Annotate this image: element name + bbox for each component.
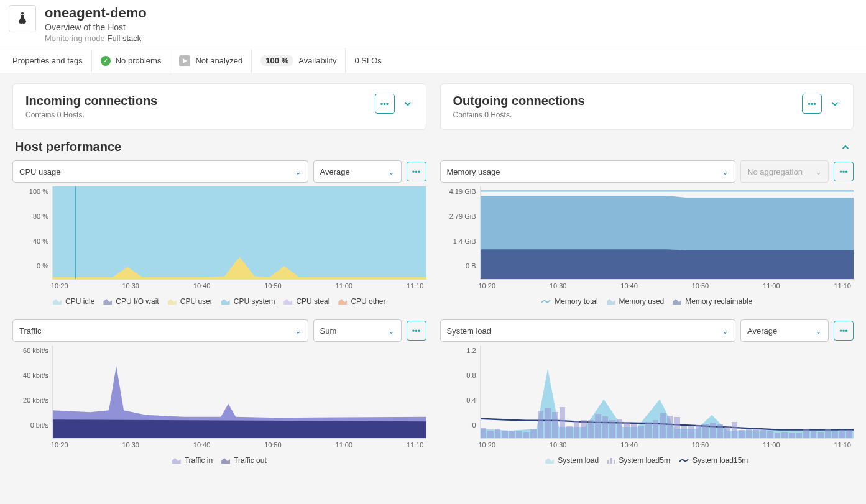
- legend-item[interactable]: Traffic in: [172, 456, 213, 465]
- chevron-down-icon: ⌄: [388, 167, 395, 176]
- x-axis: 10:2010:3010:4010:5011:0011:10: [440, 439, 854, 449]
- legend-item[interactable]: System load: [545, 456, 599, 465]
- more-button[interactable]: •••: [407, 321, 426, 341]
- metric-select[interactable]: CPU usage⌄: [12, 160, 308, 183]
- play-icon: [179, 55, 190, 66]
- page-subtitle: Overview of the Host: [45, 22, 147, 32]
- more-button[interactable]: •••: [802, 94, 822, 114]
- x-axis: 10:2010:3010:4010:5011:0011:10: [440, 280, 854, 290]
- x-axis: 10:2010:3010:4010:5011:0011:10: [12, 439, 426, 449]
- slos-status[interactable]: 0 SLOs: [346, 50, 390, 71]
- availability-badge: 100 %: [260, 55, 293, 66]
- legend-item[interactable]: Memory total: [541, 297, 597, 306]
- aggregation-select[interactable]: Average⌄: [740, 319, 829, 342]
- page-title: oneagent-demo: [45, 5, 147, 21]
- systemload-chart: System load⌄ Average⌄ ••• 1.20.80.40 10:…: [440, 319, 854, 467]
- legend-item[interactable]: System load5m: [607, 456, 670, 465]
- dots-icon: •••: [808, 99, 816, 109]
- expand-button[interactable]: [829, 98, 841, 109]
- host-icon: [9, 5, 36, 32]
- legend-item[interactable]: CPU system: [221, 297, 275, 306]
- legend-item[interactable]: CPU idle: [53, 297, 94, 306]
- chevron-up-icon: [840, 142, 851, 153]
- chevron-down-icon: [402, 98, 413, 109]
- metric-select[interactable]: Traffic⌄: [12, 319, 308, 342]
- legend-item[interactable]: CPU user: [168, 297, 213, 306]
- expand-button[interactable]: [402, 98, 413, 109]
- legend-item[interactable]: CPU steal: [283, 297, 329, 306]
- chevron-down-icon: ⌄: [815, 326, 822, 336]
- plot-area[interactable]: [52, 186, 426, 280]
- legend-item[interactable]: System load15m: [679, 456, 748, 465]
- legend: CPU idleCPU I/O waitCPU userCPU systemCP…: [12, 290, 426, 308]
- y-axis: 4.19 GiB2.79 GiB1.4 GiB0 B: [440, 186, 480, 280]
- card-title: Outgoing connections: [453, 94, 585, 108]
- bars-layer: [481, 346, 854, 438]
- legend-item[interactable]: CPU other: [338, 297, 385, 306]
- outgoing-connections-card: Outgoing connections Contains 0 Hosts. •…: [440, 83, 854, 130]
- metric-select[interactable]: Memory usage⌄: [440, 160, 736, 183]
- dots-icon: •••: [412, 326, 421, 336]
- properties-and-tags[interactable]: Properties and tags: [9, 50, 92, 71]
- chevron-down-icon: ⌄: [388, 326, 395, 336]
- cpu-chart: CPU usage⌄ Average⌄ ••• 100 %80 %40 %0 %…: [12, 160, 426, 308]
- check-icon: ✓: [101, 56, 111, 66]
- traffic-chart: Traffic⌄ Sum⌄ ••• 60 kbit/s40 kbit/s20 k…: [12, 319, 426, 467]
- card-title: Incoming connections: [25, 94, 157, 108]
- title-block: oneagent-demo Overview of the Host Monit…: [45, 5, 147, 43]
- aggregation-select[interactable]: Sum⌄: [313, 319, 402, 342]
- chevron-down-icon: ⌄: [295, 326, 302, 336]
- dots-icon: •••: [839, 326, 848, 336]
- legend: Memory totalMemory usedMemory reclaimabl…: [440, 290, 854, 308]
- dots-icon: •••: [412, 167, 421, 176]
- y-axis: 1.20.80.40: [440, 346, 480, 439]
- legend-item[interactable]: CPU I/O wait: [103, 297, 159, 306]
- host-performance-title: Host performance: [15, 140, 121, 154]
- legend-item[interactable]: Memory used: [607, 297, 665, 306]
- y-axis: 100 %80 %40 %0 %: [12, 186, 52, 280]
- aggregation-select: No aggregation⌄: [740, 160, 829, 183]
- summary-toolbar: Properties and tags ✓ No problems Not an…: [0, 48, 866, 73]
- more-button[interactable]: •••: [834, 162, 854, 181]
- card-subtitle: Contains 0 Hosts.: [453, 111, 585, 119]
- legend-item[interactable]: Traffic out: [221, 456, 267, 465]
- y-axis: 60 kbit/s40 kbit/s20 kbit/s0 bit/s: [12, 346, 52, 439]
- collapse-button[interactable]: [840, 142, 851, 153]
- more-button[interactable]: •••: [407, 162, 426, 181]
- memory-chart: Memory usage⌄ No aggregation⌄ ••• 4.19 G…: [440, 160, 854, 308]
- plot-area[interactable]: [480, 346, 854, 439]
- legend: System loadSystem load5mSystem load15m: [440, 449, 854, 467]
- chevron-down-icon: [829, 98, 841, 109]
- chevron-down-icon: ⌄: [722, 167, 729, 176]
- incoming-connections-card: Incoming connections Contains 0 Hosts. •…: [12, 83, 426, 130]
- analyzed-status[interactable]: Not analyzed: [170, 49, 252, 73]
- legend-item[interactable]: Memory reclaimable: [673, 297, 752, 306]
- problems-status[interactable]: ✓ No problems: [92, 50, 171, 72]
- chevron-down-icon: ⌄: [815, 167, 822, 176]
- dots-icon: •••: [839, 167, 848, 176]
- more-button[interactable]: •••: [375, 94, 395, 114]
- plot-area[interactable]: [52, 346, 426, 439]
- aggregation-select[interactable]: Average⌄: [313, 160, 402, 183]
- card-subtitle: Contains 0 Hosts.: [25, 111, 157, 119]
- chevron-down-icon: ⌄: [295, 167, 302, 176]
- more-button[interactable]: •••: [834, 321, 854, 341]
- metric-select[interactable]: System load⌄: [440, 319, 736, 342]
- dots-icon: •••: [380, 99, 389, 109]
- availability-status[interactable]: 100 % Availability: [252, 48, 346, 73]
- monitoring-mode: Monitoring mode Full stack: [45, 34, 147, 43]
- page-header: oneagent-demo Overview of the Host Monit…: [0, 0, 866, 48]
- legend: Traffic inTraffic out: [12, 449, 426, 467]
- chevron-down-icon: ⌄: [722, 326, 729, 336]
- plot-area[interactable]: [480, 186, 854, 280]
- x-axis: 10:2010:3010:4010:5011:0011:10: [12, 280, 426, 290]
